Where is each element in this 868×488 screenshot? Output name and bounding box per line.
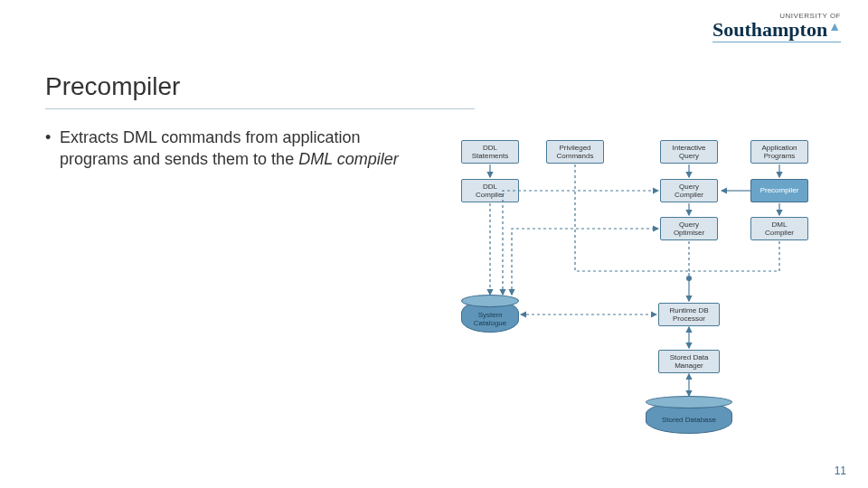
slide-title: Precompiler (45, 72, 180, 101)
node-precompiler: Precompiler (750, 179, 808, 202)
university-logo: UNIVERSITY OF Southampton▲ (712, 13, 841, 42)
node-ddl-statements: DDLStatements (461, 140, 519, 164)
diagram-arrows (434, 127, 850, 452)
node-ddl-compiler: DDLCompiler (461, 179, 519, 202)
node-dml-compiler: DMLCompiler (750, 217, 808, 240)
node-runtime-db-processor: Runtime DBProcessor (658, 303, 720, 326)
logo-accent-icon: ▲ (828, 19, 841, 33)
cylinder-system-catalogue: SystemCatalogue (461, 296, 519, 333)
node-query-compiler: QueryCompiler (660, 179, 718, 202)
node-privileged-commands: PrivilegedCommands (546, 140, 604, 164)
node-stored-data-manager: Stored DataManager (658, 350, 720, 373)
slide-number: 11 (835, 465, 846, 477)
node-query-optimiser: QueryOptimiser (660, 217, 718, 240)
node-interactive-query: InteractiveQuery (660, 140, 718, 164)
node-application-programs: ApplicationPrograms (750, 140, 808, 164)
bullet-mark-icon: • (45, 127, 51, 148)
architecture-diagram: DDLStatements PrivilegedCommands Interac… (434, 127, 850, 452)
logo-big-text: Southampton▲ (712, 20, 841, 40)
cylinder-stored-database: Stored Database (646, 398, 732, 434)
svg-point-8 (686, 276, 692, 281)
logo-underline (712, 42, 841, 42)
bullet-item: • Extracts DML commands from application… (45, 127, 407, 171)
bullet-text: Extracts DML commands from application p… (60, 127, 407, 171)
title-underline (45, 108, 475, 109)
